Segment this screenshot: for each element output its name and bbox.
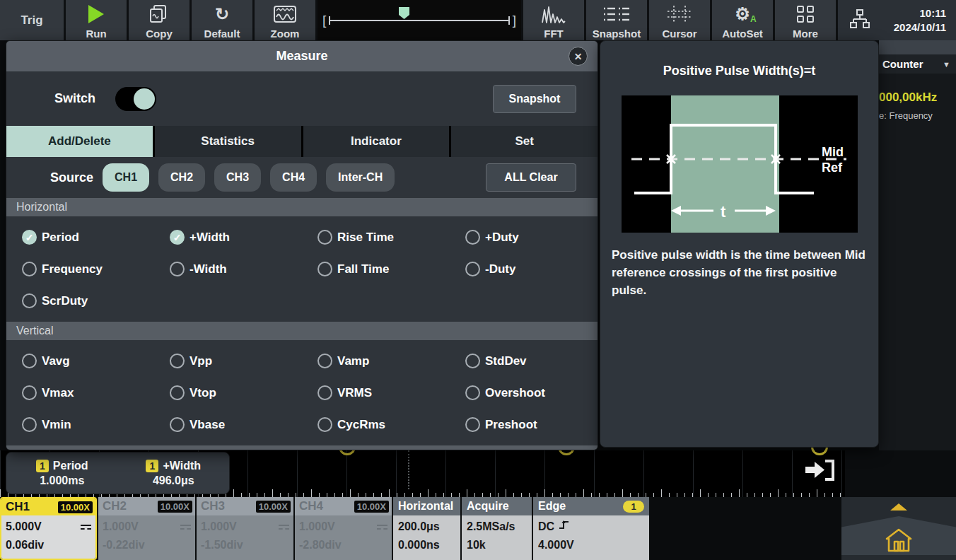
channel-offset: -2.80div bbox=[299, 536, 387, 554]
network-icon[interactable] bbox=[848, 7, 872, 34]
measure-vavg[interactable]: ✓Vavg bbox=[6, 345, 154, 377]
clock-panel: 10:11 2024/10/11 bbox=[838, 0, 956, 40]
measure-preshoot[interactable]: ✓Preshoot bbox=[450, 409, 598, 441]
counter-header[interactable]: Counter ▼ bbox=[879, 54, 956, 74]
corner-panel bbox=[841, 497, 956, 560]
slider-bracket-right: ] bbox=[513, 13, 516, 28]
source-ch4[interactable]: CH4 bbox=[270, 163, 317, 192]
measure-fall-time[interactable]: ✓Fall Time bbox=[302, 253, 450, 285]
zoom-button[interactable]: Zoom bbox=[255, 0, 315, 40]
snapshot-button[interactable]: Snapshot bbox=[493, 85, 576, 113]
source-ch3[interactable]: CH3 bbox=[214, 163, 261, 192]
horizontal-delay: 0.000ns bbox=[398, 536, 455, 554]
channel-block-ch3[interactable]: CH3 10.00X 1.000V -1.50div bbox=[197, 497, 293, 560]
cursor-button[interactable]: Cursor bbox=[649, 0, 710, 40]
pulse-width-diagram: Mid Ref t bbox=[622, 95, 858, 233]
autoset-button[interactable]: ⚙A AutoSet bbox=[712, 0, 773, 40]
copy-button[interactable]: Copy bbox=[129, 0, 190, 40]
close-icon[interactable]: ✕ bbox=[569, 47, 588, 66]
horizontal-block[interactable]: Horizontal 200.0μs 0.000ns bbox=[393, 497, 460, 560]
tab-statistics[interactable]: Statistics bbox=[155, 126, 301, 157]
measure-rise-time[interactable]: ✓Rise Time bbox=[302, 221, 450, 253]
tab-add-delete[interactable]: Add/Delete bbox=[6, 126, 153, 157]
chevron-down-icon: ▼ bbox=[943, 60, 950, 69]
expand-up-icon[interactable] bbox=[890, 503, 907, 511]
measure-neg-width[interactable]: ✓-Width bbox=[154, 253, 302, 285]
channel-block-ch2[interactable]: CH2 10.00X 1.000V -0.22div bbox=[98, 497, 195, 560]
copy-icon bbox=[129, 0, 190, 28]
check-icon: ✓ bbox=[317, 417, 332, 432]
source-ch1[interactable]: CH1 bbox=[103, 163, 149, 192]
measure-cycrms[interactable]: ✓CycRms bbox=[302, 409, 450, 441]
result-period[interactable]: 1 Period 1.000ms bbox=[6, 453, 118, 494]
channel-block-ch1[interactable]: CH1 10.00X 5.000V 0.06div bbox=[0, 497, 97, 560]
result-pos-width[interactable]: 1 +Width 496.0μs bbox=[118, 453, 230, 494]
source-ch2[interactable]: CH2 bbox=[158, 163, 205, 192]
acquire-block[interactable]: Acquire 2.5MSa/s 10k bbox=[462, 497, 532, 560]
measure-switch-toggle[interactable] bbox=[115, 87, 156, 111]
measure-vamp[interactable]: ✓Vamp bbox=[302, 345, 450, 377]
trig-button[interactable]: Trig bbox=[0, 0, 64, 40]
statusbar-spacer bbox=[651, 497, 840, 560]
measure-vrms[interactable]: ✓VRMS bbox=[302, 377, 450, 409]
t-label: t bbox=[721, 203, 726, 221]
measure-vtop[interactable]: ✓Vtop bbox=[154, 377, 302, 409]
trigger-block[interactable]: Edge 1 DC 4.000V bbox=[533, 497, 649, 560]
measure-stddev[interactable]: ✓StdDev bbox=[450, 345, 598, 377]
undo-icon: ↻ bbox=[192, 0, 252, 28]
mid-ref-label-1: Mid bbox=[822, 145, 844, 159]
measure-frequency[interactable]: ✓Frequency bbox=[6, 253, 154, 285]
channel-offset: 0.06div bbox=[6, 536, 91, 554]
measure-period[interactable]: ✓Period bbox=[6, 221, 154, 253]
horizontal-measure-grid: ✓Period ✓+Width ✓Rise Time ✓+Duty ✓Frequ… bbox=[6, 216, 598, 322]
channel-block-ch4[interactable]: CH4 10.00X 1.000V -2.80div bbox=[295, 497, 392, 560]
measure-vpp[interactable]: ✓Vpp bbox=[154, 345, 302, 377]
channel-name: CH3 bbox=[201, 499, 225, 513]
default-button[interactable]: ↻ Default bbox=[192, 0, 252, 40]
snapshot-list-icon bbox=[586, 0, 647, 28]
source-inter-ch[interactable]: Inter-CH bbox=[326, 163, 395, 192]
result-name: Period bbox=[53, 460, 88, 472]
switch-row: Switch Snapshot bbox=[6, 71, 598, 126]
measure-vmax[interactable]: ✓Vmax bbox=[6, 377, 154, 409]
trigger-coupling: DC bbox=[538, 518, 554, 536]
probe-ratio: 10.00X bbox=[158, 501, 192, 513]
check-icon: ✓ bbox=[465, 230, 480, 245]
help-title: Positive Pulse Width(s)=t bbox=[600, 64, 878, 78]
sample-rate: 2.5MSa/s bbox=[467, 518, 527, 536]
snapshot-toolbar-button[interactable]: Snapshot bbox=[586, 0, 647, 40]
home-button[interactable] bbox=[841, 516, 956, 555]
measure-overshoot[interactable]: ✓Overshoot bbox=[450, 377, 598, 409]
dc-coupling-icon bbox=[279, 525, 289, 530]
measure-vbase[interactable]: ✓Vbase bbox=[154, 409, 302, 441]
default-label: Default bbox=[204, 28, 240, 40]
check-icon: ✓ bbox=[22, 385, 37, 400]
tab-set[interactable]: Set bbox=[451, 126, 598, 157]
check-icon: ✓ bbox=[22, 293, 37, 308]
all-clear-button[interactable]: ALL Clear bbox=[486, 163, 576, 192]
fft-button[interactable]: FFT bbox=[523, 0, 584, 40]
run-button[interactable]: Run bbox=[66, 0, 127, 40]
result-value: 1.000ms bbox=[40, 474, 84, 487]
tab-indicator[interactable]: Indicator bbox=[303, 126, 450, 157]
counter-source: e: Frequency bbox=[879, 110, 956, 121]
counter-value: 000,00kHz bbox=[879, 91, 956, 105]
measure-scrduty[interactable]: ✓ScrDuty bbox=[6, 285, 154, 317]
trigger-type: Edge bbox=[538, 500, 566, 513]
autoset-label: AutoSet bbox=[722, 28, 763, 40]
channel-name: CH2 bbox=[103, 499, 127, 513]
waveform-position-slider[interactable]: [ ] bbox=[317, 0, 521, 40]
measure-pos-width[interactable]: ✓+Width bbox=[154, 221, 302, 253]
trigger-offscreen-icon[interactable] bbox=[803, 456, 836, 487]
measure-neg-duty[interactable]: ✓-Duty bbox=[450, 253, 598, 285]
measure-pos-duty[interactable]: ✓+Duty bbox=[450, 221, 598, 253]
measure-vmin[interactable]: ✓Vmin bbox=[6, 409, 154, 441]
probe-ratio: 10.00X bbox=[354, 501, 389, 513]
channel-name: CH1 bbox=[6, 500, 30, 514]
slider-marker-icon[interactable] bbox=[399, 7, 409, 23]
snapshot-toolbar-label: Snapshot bbox=[593, 28, 641, 40]
channel-scale: 1.000V bbox=[103, 518, 139, 536]
trigger-source-badge: 1 bbox=[623, 501, 644, 513]
more-button[interactable]: More bbox=[775, 0, 836, 40]
graticule-center-line bbox=[408, 450, 409, 489]
